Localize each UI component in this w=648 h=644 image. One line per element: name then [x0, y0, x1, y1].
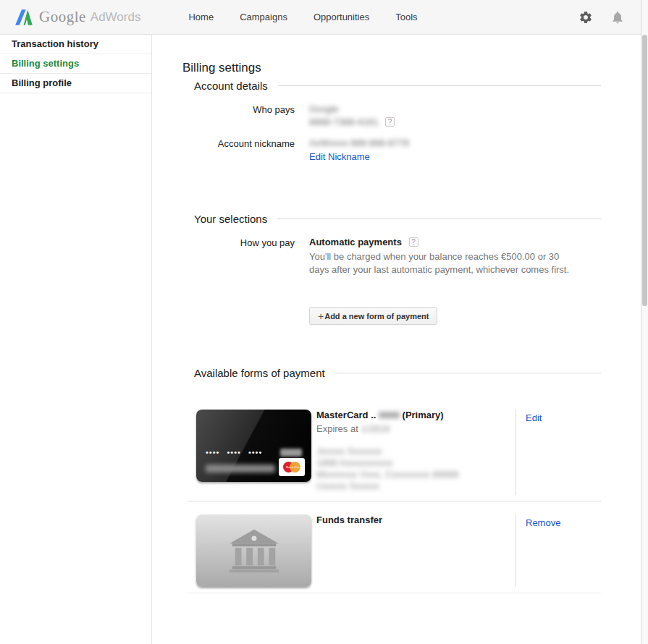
who-pays-row: Who pays Gxxgle 8888-7388-4181 ? [182, 103, 601, 127]
mastercard-logo-icon: MasterCard [279, 458, 305, 476]
automatic-payments-description-line2: days after your last automatic payment, … [309, 263, 569, 276]
available-payments-heading: Available forms of payment [194, 367, 325, 379]
vertical-scrollbar[interactable] [641, 0, 648, 644]
automatic-payments-title: Automatic payments [309, 237, 402, 247]
cardholder-name-redacted [206, 465, 275, 473]
account-nickname-row: Account nickname AxWxxxx 888-888-8778 Ed… [182, 137, 601, 162]
expires-label: Expires at [316, 423, 358, 434]
mastercard-primary-flag: (Primary) [403, 410, 444, 420]
section-divider [277, 219, 601, 219]
account-nickname-label: Account nickname [182, 137, 295, 162]
adwords-a-icon [14, 8, 33, 27]
section-divider [335, 373, 601, 373]
funds-transfer-image [196, 514, 311, 587]
row-divider [188, 593, 601, 593]
credit-card-image: •••• •••• •••• MasterCard [196, 410, 311, 482]
nav-item-home[interactable]: Home [188, 12, 214, 22]
billing-address-block: Jxxxxx Sxxxxxx 1888 Axxxxxxxxxx Mxxxxxxx… [316, 446, 516, 492]
how-you-pay-row: How you pay Automatic payments ? You'll … [182, 237, 601, 276]
card-last4-redacted [280, 449, 302, 457]
logo-google-text: Google [39, 8, 86, 26]
available-payments-header: Available forms of payment [194, 367, 601, 379]
bell-icon[interactable] [610, 10, 625, 25]
edit-payment-link[interactable]: Edit [526, 412, 542, 423]
billing-settings-main: Billing settings Account details Who pay… [152, 35, 648, 644]
how-you-pay-label: How you pay [182, 237, 295, 276]
who-pays-payer-redacted: Gxxgle [309, 103, 395, 114]
mastercard-title-prefix: MasterCard .. [316, 410, 376, 420]
address-line-redacted: Jxxxxx Sxxxxxx [316, 446, 516, 457]
your-selections-heading: Your selections [194, 213, 267, 225]
mastercard-last4-redacted: 8888 [379, 410, 400, 420]
sidebar-item-transaction-history[interactable]: Transaction history [0, 35, 151, 54]
sidebar-item-billing-settings[interactable]: Billing settings [0, 54, 151, 74]
billing-sidebar: Transaction history Billing settings Bil… [0, 35, 152, 644]
who-pays-account-id-redacted: 8888-7388-4181 [309, 116, 378, 127]
expires-date-redacted: 1/2818 [361, 423, 390, 434]
main-nav: Home Campaigns Opportunities Tools [188, 12, 417, 22]
automatic-payments-description-line1: You'll be charged when your balance reac… [309, 250, 569, 263]
logo-adwords-text: AdWords [91, 10, 141, 25]
address-line-redacted: Mxxxxxxx Vxxx, Cxxxxxxxx 88888 [316, 469, 516, 480]
mastercard-payment-row: •••• •••• •••• MasterCard MasterCard .. … [182, 410, 601, 501]
account-nickname-value-redacted: AxWxxxx 888-888-8778 [309, 137, 409, 148]
help-icon[interactable]: ? [409, 237, 418, 247]
funds-transfer-payment-row: Funds transfer Remove [182, 501, 601, 593]
who-pays-label: Who pays [182, 103, 295, 127]
nav-item-tools[interactable]: Tools [395, 12, 417, 22]
card-number-dots: •••• •••• •••• [206, 448, 262, 457]
account-details-heading: Account details [194, 80, 268, 92]
funds-transfer-title: Funds transfer [316, 514, 516, 525]
bank-icon [226, 527, 282, 575]
nav-item-campaigns[interactable]: Campaigns [240, 12, 287, 22]
top-navbar: Google AdWords Home Campaigns Opportunit… [0, 0, 648, 35]
address-line-redacted: Uxxxxx Sxxxxx [316, 480, 516, 492]
remove-payment-link[interactable]: Remove [526, 517, 560, 528]
scrollbar-thumb[interactable] [642, 35, 647, 306]
help-icon[interactable]: ? [385, 117, 395, 127]
section-divider [278, 85, 601, 86]
sidebar-item-billing-profile[interactable]: Billing profile [0, 74, 151, 93]
add-payment-button-label: Add a new form of payment [324, 312, 429, 321]
your-selections-header: Your selections [194, 213, 601, 225]
gear-icon[interactable] [578, 10, 593, 25]
adwords-logo[interactable]: Google AdWords [14, 8, 140, 27]
add-payment-button[interactable]: + Add a new form of payment [309, 307, 437, 325]
edit-nickname-link[interactable]: Edit Nickname [309, 151, 370, 162]
page-title: Billing settings [182, 61, 601, 75]
plus-icon: + [318, 310, 324, 322]
nav-item-opportunities[interactable]: Opportunities [314, 12, 369, 22]
address-line-redacted: 1888 Axxxxxxxxxx [316, 457, 516, 469]
account-details-header: Account details [194, 80, 601, 92]
